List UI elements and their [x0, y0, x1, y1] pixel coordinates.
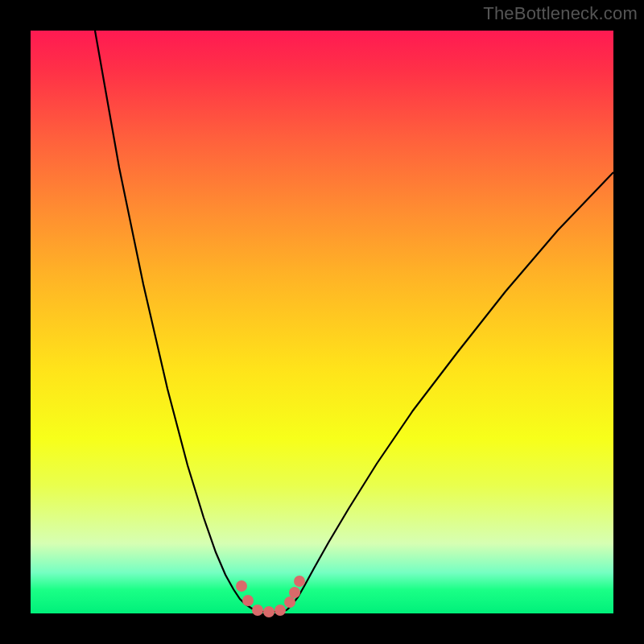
valley-dot [289, 587, 300, 598]
plot-area [31, 31, 613, 613]
valley-dot [284, 597, 295, 608]
valley-dot [236, 580, 247, 592]
valley-markers [236, 576, 305, 617]
chart-stage: TheBottleneck.com [0, 0, 644, 644]
valley-dot [263, 606, 275, 617]
curve-svg [31, 31, 613, 613]
curve-left-branch [95, 31, 254, 610]
watermark-text: TheBottleneck.com [483, 3, 638, 24]
curve-right-branch [287, 172, 613, 610]
valley-dot [275, 605, 286, 616]
valley-dot [294, 576, 305, 587]
valley-dot [242, 595, 254, 606]
valley-dot [252, 605, 263, 616]
